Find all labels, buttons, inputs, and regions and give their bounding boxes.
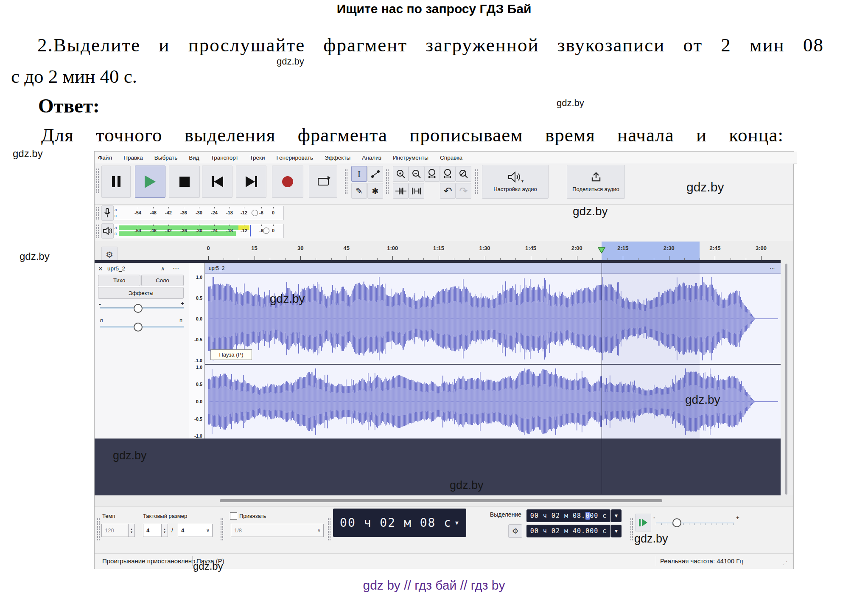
grip-handle[interactable]	[344, 169, 347, 194]
selection-end-field[interactable]: 00 ч 02 м 40.000 с	[526, 525, 610, 537]
collapse-track-icon[interactable]: ∧	[161, 265, 165, 272]
speaker-button[interactable]	[101, 223, 113, 239]
menu-item-Генерировать[interactable]: Генерировать	[277, 155, 313, 161]
menu-item-Треки[interactable]: Треки	[250, 155, 265, 161]
undo-button[interactable]: ↶	[440, 183, 456, 199]
scale-label: -0.5	[194, 337, 202, 342]
menu-item-Инструменты[interactable]: Инструменты	[393, 155, 428, 161]
selection-start-dropdown[interactable]: ▼	[611, 509, 622, 522]
timesig-numerator-input[interactable]: 4	[143, 524, 161, 537]
menu-item-Анализ[interactable]: Анализ	[362, 155, 381, 161]
menu-item-Транспорт[interactable]: Транспорт	[211, 155, 238, 161]
spinner-down-icon: ▼	[130, 531, 133, 534]
zoom-in-button[interactable]	[393, 166, 409, 182]
grip-handle[interactable]	[328, 517, 330, 541]
resize-grip-icon[interactable]: ⋰	[783, 560, 788, 566]
silence-audio-icon	[411, 187, 422, 195]
stop-button[interactable]	[169, 166, 200, 198]
zoom-fit-icon	[442, 169, 454, 180]
envelope-tool-button[interactable]	[367, 166, 383, 182]
grip-handle[interactable]	[96, 224, 99, 238]
trim-audio-button[interactable]	[393, 183, 409, 199]
playback-meter[interactable]: лп-54-48-42-36-30-24-18-12-60	[113, 224, 284, 238]
menu-item-Эффекты[interactable]: Эффекты	[325, 155, 350, 161]
empty-track-space[interactable]	[95, 439, 781, 495]
zoom-fit-button[interactable]	[440, 166, 456, 182]
tempo-spinner[interactable]: ▲▼	[128, 524, 135, 537]
meter-scale-label: 0	[272, 210, 274, 215]
mute-button[interactable]: Тихо	[98, 275, 140, 286]
solo-button[interactable]: Соло	[141, 275, 184, 286]
menu-item-Правка[interactable]: Правка	[123, 155, 143, 161]
play-icon	[145, 175, 156, 188]
silence-audio-button[interactable]	[409, 183, 424, 199]
draw-tool-button[interactable]: ✎	[351, 183, 367, 199]
selection-region[interactable]	[602, 263, 700, 439]
playback-meter-toolbar: лп-54-48-42-36-30-24-18-12-60	[95, 222, 793, 240]
audio-setup-button[interactable]: ▾ Настройки аудио	[482, 165, 549, 199]
time-display[interactable]: 00 ч 02 м 08 с▼	[333, 509, 466, 537]
selection-end-dropdown[interactable]: ▼	[611, 525, 622, 537]
pause-button[interactable]	[101, 166, 131, 198]
record-button[interactable]	[272, 166, 303, 198]
chevron-down-icon: ▼	[455, 520, 459, 526]
redo-button[interactable]: ↷	[456, 183, 471, 199]
playback-speed-slider[interactable]	[656, 522, 734, 523]
recording-meter[interactable]: лп-54-48-42-36-30-24-18-12-60	[113, 206, 284, 220]
pan-slider-knob[interactable]	[134, 323, 143, 332]
horizontal-scrollbar-thumb[interactable]	[220, 499, 662, 502]
vertical-scrollbar[interactable]	[781, 263, 793, 495]
vertical-scrollbar-thumb[interactable]	[785, 264, 787, 495]
meter-scale-label: -54	[134, 210, 141, 215]
watermark: gdz.by	[685, 393, 720, 407]
grip-handle[interactable]	[96, 206, 99, 220]
timeline-ruler[interactable]: ⚙ 01530451:001:151:301:452:002:152:302:4…	[95, 241, 793, 263]
tempo-input[interactable]: 120	[101, 524, 128, 537]
ruler-selection-highlight	[602, 242, 700, 260]
ruler-label: 1:15	[433, 245, 444, 251]
zoom-toggle-button[interactable]	[456, 166, 471, 182]
playhead-triangle-icon[interactable]	[598, 247, 605, 253]
skip-to-start-button[interactable]	[202, 166, 232, 198]
playback-speed-knob[interactable]	[672, 518, 681, 527]
track-menu-icon[interactable]: ⋯	[173, 264, 179, 272]
timesig-denominator-select[interactable]: 4∨	[178, 524, 213, 537]
zoom-selection-button[interactable]	[424, 166, 440, 182]
meter-scale-label: -6	[259, 210, 263, 215]
grip-handle[interactable]	[475, 169, 478, 194]
snap-select[interactable]: 1/8∨	[231, 524, 324, 537]
menu-item-Справка[interactable]: Справка	[440, 155, 462, 161]
zoom-toggle-icon	[459, 169, 469, 179]
effects-button[interactable]: Эффекты	[98, 287, 184, 299]
track-name[interactable]: upr5_2	[107, 265, 125, 272]
loop-button[interactable]	[309, 166, 337, 198]
meter-channel-right: п	[115, 214, 117, 218]
share-audio-button[interactable]: Поделиться аудио	[567, 165, 625, 199]
microphone-button[interactable]	[101, 205, 113, 221]
pencil-icon: ✎	[356, 186, 363, 196]
timesig-spinner[interactable]: ▲▼	[161, 524, 168, 537]
meter-scale-label: -24	[211, 210, 218, 215]
menu-item-Файл[interactable]: Файл	[98, 155, 112, 161]
play-at-speed-button[interactable]	[635, 514, 651, 531]
play-button[interactable]	[135, 166, 165, 198]
grip-handle[interactable]	[220, 517, 223, 541]
gain-slider-knob[interactable]	[134, 304, 143, 313]
selection-tool-button[interactable]: I	[351, 166, 367, 182]
grip-handle[interactable]	[630, 517, 633, 541]
skip-to-end-button[interactable]	[236, 166, 266, 198]
snap-checkbox[interactable]	[230, 512, 237, 520]
close-track-icon[interactable]: ✕	[98, 265, 103, 272]
grip-handle[interactable]	[96, 168, 99, 193]
selection-start-field[interactable]: 00 ч 02 м 08.000 с	[526, 509, 610, 522]
grip-handle[interactable]	[386, 169, 389, 194]
horizontal-scrollbar[interactable]	[95, 495, 793, 506]
menu-item-Вид[interactable]: Вид	[189, 155, 199, 161]
selection-options-button[interactable]: ⚙	[508, 524, 522, 538]
clip-menu-icon[interactable]: ⋯	[770, 265, 775, 271]
multi-tool-button[interactable]: ✱	[367, 183, 383, 199]
menu-item-Выбрать[interactable]: Выбрать	[154, 155, 177, 161]
meter-scale-label: -42	[165, 210, 172, 215]
zoom-out-button[interactable]	[409, 166, 424, 182]
grip-handle[interactable]	[97, 517, 100, 541]
